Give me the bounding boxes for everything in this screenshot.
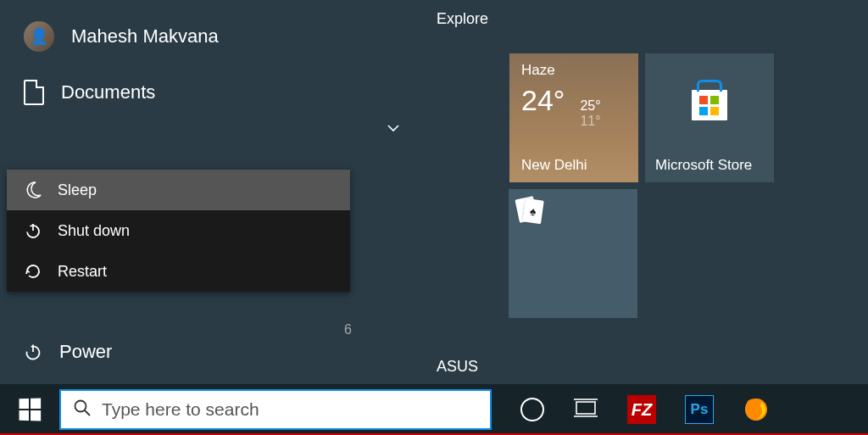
power-menu-label: Shut down: [58, 222, 130, 240]
search-placeholder: Type here to search: [102, 399, 259, 420]
search-icon: [73, 399, 92, 421]
svg-rect-6: [576, 402, 595, 414]
documents-item[interactable]: Documents: [0, 73, 356, 112]
store-label: Microsoft Store: [655, 157, 752, 174]
weather-city: New Delhi: [521, 157, 587, 174]
tile-group-label-explore[interactable]: Explore: [386, 0, 868, 45]
moon-icon: [24, 181, 42, 199]
task-view-button[interactable]: [573, 397, 598, 422]
search-box[interactable]: Type here to search: [59, 389, 492, 430]
power-icon: [24, 221, 42, 240]
taskbar-right: FZ Ps: [520, 395, 770, 424]
chevron-down-icon[interactable]: [386, 120, 401, 140]
taskbar-app-filezilla[interactable]: FZ: [627, 395, 656, 424]
power-icon: [24, 343, 42, 361]
windows-logo-icon: [19, 399, 42, 421]
user-account-item[interactable]: 👤 Mahesh Makvana: [0, 0, 356, 73]
svg-line-5: [85, 410, 90, 415]
weather-condition: Haze: [521, 62, 626, 79]
power-menu-item-sleep[interactable]: Sleep: [7, 170, 350, 210]
weather-main: 24° 25° 11°: [521, 84, 626, 128]
avatar: 👤: [24, 21, 54, 52]
tile-group-label-asus[interactable]: ASUS: [437, 358, 478, 376]
weather-range: 25° 11°: [580, 98, 600, 128]
tile-row: Haze 24° 25° 11° New Delhi Microsoft Sto…: [509, 53, 774, 182]
power-item[interactable]: Power: [0, 328, 356, 376]
weather-tile[interactable]: Haze 24° 25° 11° New Delhi: [509, 53, 638, 182]
taskbar-app-firefox[interactable]: [743, 396, 770, 423]
power-menu-label: Sleep: [58, 181, 97, 199]
store-icon: [692, 90, 727, 120]
cortana-button[interactable]: [520, 398, 544, 421]
documents-label: Documents: [61, 81, 155, 103]
svg-point-4: [75, 401, 86, 412]
cortana-icon: [520, 398, 544, 421]
weather-high: 25°: [580, 98, 600, 114]
solitaire-tile[interactable]: A ♠: [509, 189, 637, 318]
photoshop-icon: Ps: [685, 395, 714, 424]
filezilla-icon: FZ: [627, 395, 656, 424]
firefox-icon: [743, 396, 770, 423]
start-button[interactable]: [5, 388, 54, 432]
microsoft-store-tile[interactable]: Microsoft Store: [645, 53, 774, 182]
weather-low: 11°: [580, 114, 600, 129]
power-menu-item-shutdown[interactable]: Shut down: [7, 210, 350, 251]
restart-icon: [24, 262, 42, 281]
document-icon: [24, 80, 44, 105]
start-menu-left-panel: 👤 Mahesh Makvana Documents Sleep Shut do…: [0, 0, 356, 384]
taskbar: Type here to search FZ Ps: [0, 384, 868, 435]
taskbar-app-photoshop[interactable]: Ps: [685, 395, 714, 424]
power-label: Power: [59, 341, 112, 363]
user-name-label: Mahesh Makvana: [71, 25, 219, 47]
power-menu-label: Restart: [58, 263, 107, 281]
power-menu-item-restart[interactable]: Restart: [7, 251, 350, 292]
weather-temperature: 24°: [521, 84, 565, 117]
task-view-icon: [573, 397, 598, 422]
power-options-menu: Sleep Shut down Restart: [7, 170, 350, 292]
